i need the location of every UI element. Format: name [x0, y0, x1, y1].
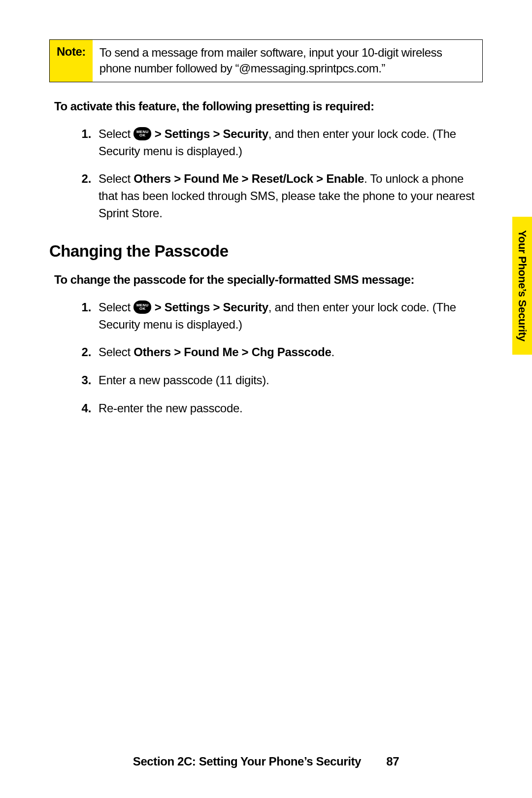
step-number: 4. [74, 400, 91, 417]
note-label: Note: [50, 40, 93, 82]
step-number: 2. [74, 170, 91, 222]
step-number: 2. [74, 344, 91, 361]
step-item: 2. Select Others > Found Me > Reset/Lock… [74, 170, 483, 222]
menu-ok-icon: MENUOK [133, 300, 151, 314]
step-number: 1. [74, 126, 91, 160]
step-text: Select [99, 345, 133, 359]
manual-page: Note: To send a message from mailer soft… [0, 0, 532, 798]
step-number: 3. [74, 372, 91, 389]
step-path: Others > Found Me > Chg Passcode [133, 345, 331, 359]
step-text: Select [99, 172, 133, 185]
step-body: Select Others > Found Me > Reset/Lock > … [99, 170, 483, 222]
step-body: Enter a new passcode (11 digits). [99, 372, 483, 389]
step-text: Select [99, 127, 133, 140]
step-item: 4. Re-enter the new passcode. [74, 400, 483, 417]
step-item: 2. Select Others > Found Me > Chg Passco… [74, 344, 483, 361]
step-item: 3. Enter a new passcode (11 digits). [74, 372, 483, 389]
steps-change-passcode: 1. Select MENUOK > Settings > Security, … [74, 299, 483, 417]
page-number: 87 [386, 755, 399, 768]
step-path: Others > Found Me > Reset/Lock > Enable [133, 172, 364, 185]
side-tab: Your Phone’s Security [512, 217, 532, 355]
step-path: > Settings > Security [151, 300, 268, 314]
heading-changing-passcode: Changing the Passcode [49, 242, 483, 261]
step-path: > Settings > Security [151, 127, 268, 140]
menu-ok-icon: MENUOK [133, 127, 151, 140]
step-body: Select MENUOK > Settings > Security, and… [99, 299, 483, 333]
footer-section: Section 2C: Setting Your Phone’s Securit… [133, 755, 361, 768]
step-item: 1. Select MENUOK > Settings > Security, … [74, 299, 483, 333]
side-tab-label: Your Phone’s Security [516, 230, 529, 341]
note-box: Note: To send a message from mailer soft… [49, 39, 483, 82]
note-text: To send a message from mailer software, … [93, 40, 482, 82]
step-body: Select Others > Found Me > Chg Passcode. [99, 344, 483, 361]
step-text: . [331, 345, 334, 359]
step-number: 1. [74, 299, 91, 333]
step-text: Select [99, 300, 133, 314]
steps-activate: 1. Select MENUOK > Settings > Security, … [74, 126, 483, 222]
step-body: Re-enter the new passcode. [99, 400, 483, 417]
step-item: 1. Select MENUOK > Settings > Security, … [74, 126, 483, 160]
step-body: Select MENUOK > Settings > Security, and… [99, 126, 483, 160]
page-footer: Section 2C: Setting Your Phone’s Securit… [0, 755, 532, 768]
intro-activate: To activate this feature, the following … [54, 100, 483, 113]
intro-change-passcode: To change the passcode for the specially… [54, 273, 483, 287]
